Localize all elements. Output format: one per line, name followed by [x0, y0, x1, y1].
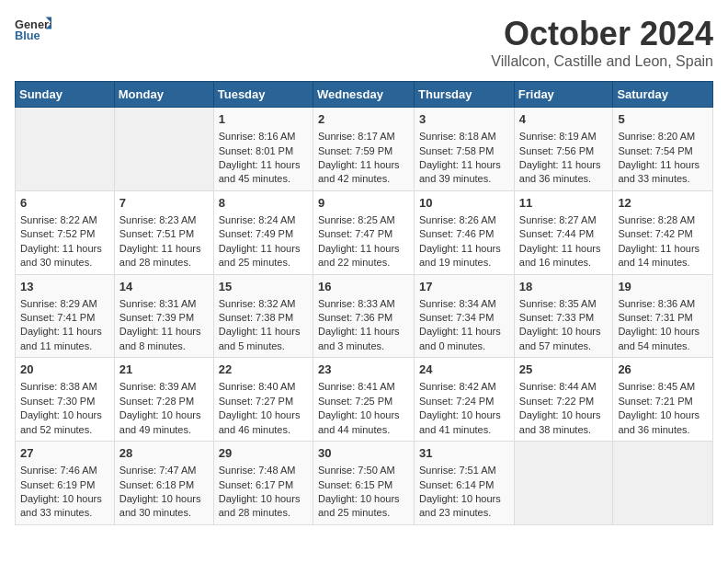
day-info: Sunrise: 8:19 AM: [519, 130, 609, 144]
day-info: Sunset: 7:22 PM: [519, 395, 609, 408]
day-info: Sunset: 7:33 PM: [519, 311, 609, 325]
day-number: 1: [219, 111, 308, 128]
day-info: Daylight: 11 hours and 19 minutes.: [419, 242, 509, 270]
day-info: Sunset: 7:31 PM: [618, 311, 708, 325]
calendar-cell: 27Sunrise: 7:46 AMSunset: 6:19 PMDayligh…: [16, 442, 115, 525]
day-info: Daylight: 10 hours and 30 minutes.: [119, 492, 209, 521]
day-number: 11: [519, 195, 609, 212]
day-info: Daylight: 11 hours and 28 minutes.: [119, 242, 209, 270]
day-number: 14: [119, 279, 209, 295]
day-info: Sunrise: 8:34 AM: [419, 297, 509, 311]
calendar-cell: 1Sunrise: 8:16 AMSunset: 8:01 PMDaylight…: [213, 108, 313, 191]
day-info: Sunrise: 8:20 AM: [618, 130, 708, 144]
day-number: 30: [318, 445, 409, 462]
calendar-cell: 16Sunrise: 8:33 AMSunset: 7:36 PMDayligh…: [313, 274, 414, 358]
day-info: Sunset: 7:28 PM: [119, 395, 209, 408]
day-info: Daylight: 11 hours and 39 minutes.: [419, 158, 509, 187]
calendar-cell: [514, 442, 613, 525]
day-number: 16: [318, 279, 409, 295]
day-info: Daylight: 11 hours and 8 minutes.: [119, 325, 209, 353]
day-info: Sunrise: 8:16 AM: [219, 130, 308, 144]
calendar-cell: 30Sunrise: 7:50 AMSunset: 6:15 PMDayligh…: [313, 442, 414, 525]
day-info: Sunrise: 8:29 AM: [20, 297, 109, 311]
day-info: Sunset: 6:17 PM: [219, 478, 308, 492]
calendar-cell: 21Sunrise: 8:39 AMSunset: 7:28 PMDayligh…: [114, 358, 213, 442]
weekday-header-thursday: Thursday: [415, 82, 515, 108]
calendar-week-row: 1Sunrise: 8:16 AMSunset: 8:01 PMDaylight…: [16, 108, 713, 191]
day-info: Daylight: 11 hours and 3 minutes.: [318, 325, 409, 353]
calendar-cell: 6Sunrise: 8:22 AMSunset: 7:52 PMDaylight…: [16, 190, 115, 274]
day-info: Sunrise: 8:44 AM: [519, 380, 609, 394]
day-info: Sunrise: 8:27 AM: [519, 213, 609, 227]
weekday-header-saturday: Saturday: [613, 82, 713, 108]
day-info: Sunrise: 8:39 AM: [119, 380, 209, 394]
day-info: Sunset: 7:27 PM: [219, 395, 308, 408]
day-info: Sunset: 7:36 PM: [318, 311, 409, 325]
calendar-cell: 19Sunrise: 8:36 AMSunset: 7:31 PMDayligh…: [613, 274, 713, 358]
day-number: 7: [119, 195, 209, 212]
day-info: Daylight: 11 hours and 14 minutes.: [618, 242, 708, 270]
day-info: Sunrise: 8:33 AM: [318, 297, 409, 311]
day-info: Daylight: 10 hours and 52 minutes.: [20, 408, 109, 437]
calendar-cell: 2Sunrise: 8:17 AMSunset: 7:59 PMDaylight…: [313, 108, 414, 191]
location-title: Villalcon, Castille and Leon, Spain: [491, 53, 713, 70]
day-number: 12: [618, 195, 708, 212]
day-info: Daylight: 11 hours and 30 minutes.: [20, 242, 109, 270]
day-info: Daylight: 11 hours and 42 minutes.: [318, 158, 409, 187]
day-number: 17: [419, 279, 509, 295]
day-number: 31: [419, 445, 509, 462]
calendar-cell: 17Sunrise: 8:34 AMSunset: 7:34 PMDayligh…: [415, 274, 515, 358]
calendar-cell: 8Sunrise: 8:24 AMSunset: 7:49 PMDaylight…: [213, 190, 313, 274]
day-info: Daylight: 11 hours and 11 minutes.: [20, 325, 109, 353]
day-info: Sunrise: 8:18 AM: [419, 130, 509, 144]
day-info: Daylight: 11 hours and 0 minutes.: [419, 325, 509, 353]
day-info: Sunrise: 8:31 AM: [119, 297, 209, 311]
calendar-table: SundayMondayTuesdayWednesdayThursdayFrid…: [15, 81, 713, 525]
calendar-week-row: 13Sunrise: 8:29 AMSunset: 7:41 PMDayligh…: [16, 274, 713, 358]
weekday-header-tuesday: Tuesday: [213, 82, 313, 108]
day-number: 27: [20, 445, 109, 462]
day-number: 9: [318, 195, 409, 212]
day-number: 19: [618, 279, 708, 295]
calendar-week-row: 20Sunrise: 8:38 AMSunset: 7:30 PMDayligh…: [16, 358, 713, 442]
day-info: Sunset: 7:24 PM: [419, 395, 509, 408]
calendar-week-row: 27Sunrise: 7:46 AMSunset: 6:19 PMDayligh…: [16, 442, 713, 525]
calendar-cell: 23Sunrise: 8:41 AMSunset: 7:25 PMDayligh…: [313, 358, 414, 442]
day-info: Daylight: 11 hours and 16 minutes.: [519, 242, 609, 270]
day-info: Daylight: 11 hours and 22 minutes.: [318, 242, 409, 270]
calendar-cell: 31Sunrise: 7:51 AMSunset: 6:14 PMDayligh…: [415, 442, 515, 525]
day-info: Sunrise: 8:17 AM: [318, 130, 409, 144]
day-info: Sunrise: 7:46 AM: [20, 464, 109, 477]
day-info: Sunset: 7:52 PM: [20, 227, 109, 241]
day-info: Daylight: 10 hours and 41 minutes.: [419, 408, 509, 437]
day-info: Sunrise: 8:25 AM: [318, 213, 409, 227]
day-info: Sunrise: 8:41 AM: [318, 380, 409, 394]
day-number: 22: [219, 362, 308, 378]
day-number: 26: [618, 362, 708, 378]
calendar-cell: 10Sunrise: 8:26 AMSunset: 7:46 PMDayligh…: [415, 190, 515, 274]
day-info: Daylight: 10 hours and 23 minutes.: [419, 492, 509, 521]
day-info: Sunset: 6:18 PM: [119, 478, 209, 492]
day-info: Sunrise: 8:28 AM: [618, 213, 708, 227]
calendar-cell: [613, 442, 713, 525]
day-number: 18: [519, 279, 609, 295]
day-info: Sunset: 7:59 PM: [318, 144, 409, 158]
calendar-cell: 3Sunrise: 8:18 AMSunset: 7:58 PMDaylight…: [415, 108, 515, 191]
day-info: Daylight: 10 hours and 33 minutes.: [20, 492, 109, 521]
header: General Blue October 2024 Villalcon, Cas…: [15, 15, 713, 70]
day-number: 28: [119, 445, 209, 462]
day-info: Daylight: 10 hours and 57 minutes.: [519, 325, 609, 353]
day-info: Sunrise: 8:40 AM: [219, 380, 308, 394]
calendar-cell: 22Sunrise: 8:40 AMSunset: 7:27 PMDayligh…: [213, 358, 313, 442]
weekday-header-row: SundayMondayTuesdayWednesdayThursdayFrid…: [16, 82, 713, 108]
day-info: Daylight: 11 hours and 45 minutes.: [219, 158, 308, 187]
day-info: Sunset: 7:42 PM: [618, 227, 708, 241]
day-info: Sunrise: 7:51 AM: [419, 464, 509, 477]
day-info: Sunset: 7:56 PM: [519, 144, 609, 158]
day-number: 6: [20, 195, 109, 212]
calendar-week-row: 6Sunrise: 8:22 AMSunset: 7:52 PMDaylight…: [16, 190, 713, 274]
day-info: Sunrise: 8:35 AM: [519, 297, 609, 311]
day-info: Sunset: 7:46 PM: [419, 227, 509, 241]
day-info: Sunset: 7:38 PM: [219, 311, 308, 325]
svg-text:Blue: Blue: [15, 29, 40, 42]
